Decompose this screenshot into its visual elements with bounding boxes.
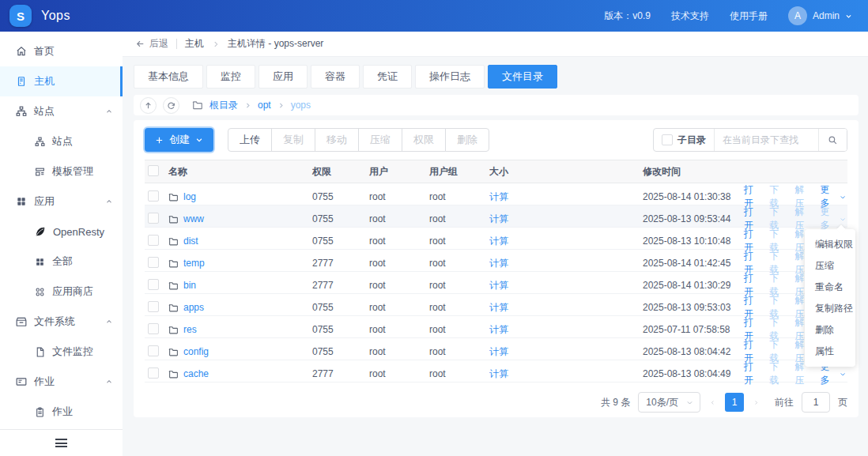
row-action-download[interactable]: 下载 — [769, 360, 787, 387]
support-link[interactable]: 技术支持 — [671, 9, 709, 23]
menu-item-rename[interactable]: 重命名 — [805, 277, 855, 298]
table-body: log 0755 root root 计算 2025-08-14 01:30:3… — [145, 183, 847, 383]
delete-button[interactable]: 删除 — [445, 128, 489, 152]
row-checkbox[interactable] — [148, 301, 159, 312]
tab-monitoring[interactable]: 监控 — [206, 65, 255, 89]
row-checkbox[interactable] — [148, 279, 159, 290]
tab-file-directory[interactable]: 文件目录 — [488, 65, 557, 89]
row-action-open[interactable]: 打开 — [744, 360, 761, 387]
menu-item-copy-path[interactable]: 复制路径 — [805, 298, 855, 319]
goto-page-input[interactable] — [802, 392, 830, 413]
row-checkbox[interactable] — [148, 367, 159, 379]
next-page-icon[interactable] — [752, 398, 760, 407]
sidebar-item-app-store[interactable]: 应用商店 — [0, 277, 123, 307]
compute-size-link[interactable]: 计算 — [489, 236, 508, 247]
sidebar-group-sites[interactable]: 站点 — [0, 96, 123, 126]
sidebar-item-file-monitor[interactable]: 文件监控 — [0, 337, 123, 367]
host-detail-tabs: 基本信息 监控 应用 容器 凭证 操作日志 文件目录 — [123, 57, 868, 89]
file-name-link[interactable]: www — [183, 213, 204, 224]
move-button[interactable]: 移动 — [315, 128, 359, 152]
sidebar-group-filesystem[interactable]: 文件系统 — [0, 307, 123, 337]
search-input[interactable] — [714, 129, 818, 151]
compute-size-link[interactable]: 计算 — [489, 368, 508, 379]
row-checkbox[interactable] — [148, 257, 159, 268]
page-number-1[interactable]: 1 — [725, 393, 744, 412]
breadcrumb-current: 主机详情 - yops-server — [228, 37, 323, 51]
sidebar-item-all-apps[interactable]: 全部 — [0, 247, 123, 277]
sidebar-collapse-button[interactable] — [0, 429, 123, 456]
file-browser-panel: 创建 上传 复制 移动 压缩 权限 删除 子目录 — [134, 120, 859, 417]
permissions-button[interactable]: 权限 — [402, 128, 446, 152]
prev-page-icon[interactable] — [708, 398, 717, 407]
chevron-down-icon — [840, 371, 846, 378]
menu-item-delete[interactable]: 删除 — [805, 319, 855, 341]
compute-size-link[interactable]: 计算 — [489, 191, 508, 202]
row-checkbox[interactable] — [148, 190, 159, 202]
menu-item-properties[interactable]: 属性 — [805, 341, 855, 362]
file-name-link[interactable]: res — [183, 324, 197, 335]
compute-size-link[interactable]: 计算 — [489, 324, 508, 335]
file-name-link[interactable]: config — [183, 346, 209, 357]
file-name-link[interactable]: cache — [183, 368, 209, 379]
folder-icon — [168, 325, 179, 335]
sidebar-group-jobs[interactable]: 作业 — [0, 367, 123, 397]
compute-size-link[interactable]: 计算 — [489, 280, 508, 291]
subdir-checkbox[interactable] — [662, 134, 673, 145]
folder-icon — [168, 303, 179, 313]
user-menu[interactable]: A Admin — [788, 6, 852, 25]
main-content: 后退 主机 主机详情 - yops-server 基本信息 监控 应用 容器 凭… — [123, 32, 868, 456]
chevron-down-icon — [195, 136, 203, 144]
sidebar-item-openresty[interactable]: OpenResty — [0, 217, 123, 247]
tab-operation-log[interactable]: 操作日志 — [415, 65, 485, 89]
sidebar-item-home[interactable]: 首页 — [0, 36, 123, 66]
file-name-link[interactable]: bin — [183, 280, 196, 291]
select-all-checkbox[interactable] — [148, 165, 159, 176]
file-name-link[interactable]: dist — [183, 236, 198, 247]
row-checkbox[interactable] — [148, 213, 159, 224]
breadcrumb-hosts[interactable]: 主机 — [185, 37, 204, 51]
path-segment-root[interactable]: 根目录 — [209, 99, 238, 112]
copy-button[interactable]: 复制 — [271, 128, 315, 152]
page-size-select[interactable]: 10条/页 — [638, 392, 700, 413]
sidebar-item-sites[interactable]: 站点 — [0, 126, 123, 156]
sidebar-item-jobs[interactable]: 作业 — [0, 397, 123, 427]
back-button[interactable]: 后退 — [135, 37, 168, 51]
tab-credentials[interactable]: 凭证 — [363, 65, 412, 89]
filesystem-icon — [16, 316, 27, 327]
tab-applications[interactable]: 应用 — [259, 65, 308, 89]
sidebar-item-templates[interactable]: 模板管理 — [0, 156, 123, 187]
manual-link[interactable]: 使用手册 — [730, 9, 768, 23]
compute-size-link[interactable]: 计算 — [489, 302, 508, 313]
compute-size-link[interactable]: 计算 — [489, 258, 508, 269]
sidebar-item-hosts[interactable]: 主机 — [0, 66, 123, 96]
file-name-link[interactable]: apps — [183, 302, 204, 313]
menu-item-edit-permissions[interactable]: 编辑权限 — [805, 234, 855, 255]
search-button[interactable] — [818, 129, 847, 151]
compress-button[interactable]: 压缩 — [358, 128, 402, 152]
chevron-right-icon — [277, 102, 285, 109]
table-row: apps 0755 root root 计算 2025-08-13 09:53:… — [145, 294, 847, 316]
compute-size-link[interactable]: 计算 — [489, 213, 508, 224]
create-button[interactable]: 创建 — [145, 128, 213, 152]
row-checkbox[interactable] — [148, 235, 159, 246]
go-up-button[interactable] — [140, 97, 157, 114]
row-checkbox[interactable] — [148, 345, 159, 356]
chevron-down-icon — [845, 13, 852, 20]
arrow-up-icon — [144, 101, 153, 110]
tab-basic-info[interactable]: 基本信息 — [134, 65, 203, 89]
sidebar-group-label: 站点 — [34, 104, 55, 119]
goto-label: 前往 — [775, 396, 794, 409]
file-icon — [35, 347, 45, 357]
upload-button[interactable]: 上传 — [228, 128, 272, 152]
menu-item-compress[interactable]: 压缩 — [805, 255, 855, 277]
sidebar-group-apps[interactable]: 应用 — [0, 187, 123, 217]
file-name-link[interactable]: temp — [183, 258, 205, 269]
row-checkbox[interactable] — [148, 323, 159, 334]
refresh-button[interactable] — [163, 97, 179, 114]
path-segment-opt[interactable]: opt — [258, 100, 271, 111]
file-name-link[interactable]: log — [183, 191, 196, 202]
tab-containers[interactable]: 容器 — [311, 65, 360, 89]
template-icon — [35, 167, 45, 177]
app-store-icon — [35, 287, 45, 297]
compute-size-link[interactable]: 计算 — [489, 346, 508, 357]
